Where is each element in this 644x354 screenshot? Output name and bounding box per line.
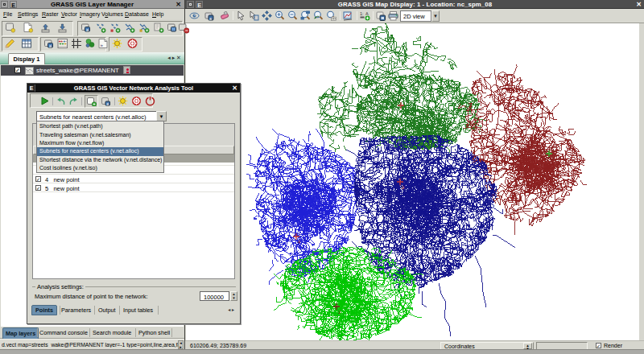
svg-text:a: a — [86, 27, 89, 32]
svg-text:A: A — [365, 11, 369, 16]
svg-text:1:: 1: — [360, 11, 364, 16]
svg-text:a: a — [209, 16, 212, 21]
svg-text:a: a — [49, 43, 52, 48]
